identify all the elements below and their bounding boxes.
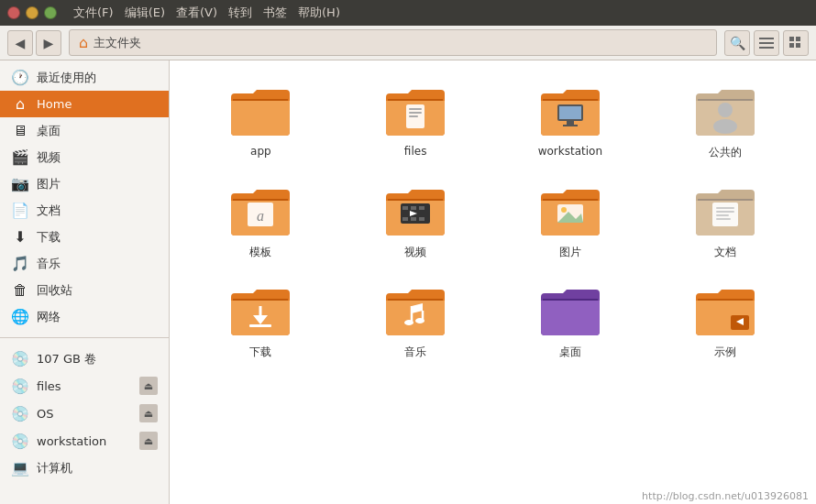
sidebar-label-desktop: 桌面: [37, 123, 158, 139]
grid-view-button[interactable]: [783, 30, 809, 56]
title-bar: 文件(F) 编辑(E) 查看(V) 转到 书签 帮助(H): [0, 0, 816, 26]
menu-help[interactable]: 帮助(H): [292, 3, 346, 23]
folder-app-label: app: [250, 145, 271, 158]
sidebar-item-pictures[interactable]: 📷 图片: [0, 170, 169, 197]
sidebar-item-desktop[interactable]: 🖥 桌面: [0, 117, 169, 144]
menu-go[interactable]: 转到: [223, 3, 258, 23]
sidebar-item-downloads[interactable]: ⬇ 下载: [0, 224, 169, 250]
svg-rect-1: [759, 42, 774, 44]
folder-examples[interactable]: 示例: [652, 279, 798, 369]
folder-workstation[interactable]: workstation: [498, 79, 644, 170]
svg-rect-12: [559, 106, 581, 119]
folder-docs-label: 文档: [714, 245, 736, 260]
sidebar-label-trash: 回收站: [37, 282, 158, 299]
menu-view[interactable]: 查看(V): [171, 3, 223, 23]
menu-edit[interactable]: 编辑(E): [119, 3, 171, 23]
sidebar-label-os-vol: OS: [37, 407, 132, 421]
recent-icon: 🕐: [11, 69, 29, 86]
svg-text:a: a: [257, 208, 264, 224]
sidebar-item-music[interactable]: 🎵 音乐: [0, 250, 169, 277]
sidebar-item-docs[interactable]: 📄 文档: [0, 197, 169, 224]
sidebar-label-computer: 计算机: [37, 460, 158, 477]
toolbar: ◀ ▶ ⌂ 主文件夹 🔍: [0, 26, 816, 60]
menu-bar: 文件(F) 编辑(E) 查看(V) 转到 书签 帮助(H): [68, 3, 346, 23]
sidebar-label-107gb: 107 GB 卷: [37, 351, 158, 367]
sidebar-item-recent[interactable]: 🕐 最近使用的: [0, 64, 169, 91]
folder-template[interactable]: a 模板: [188, 179, 334, 269]
maximize-button[interactable]: [44, 6, 57, 19]
sidebar-item-videos[interactable]: 🎬 视频: [0, 144, 169, 170]
forward-button[interactable]: ▶: [36, 30, 61, 56]
home-nav-icon: ⌂: [11, 95, 29, 113]
svg-rect-37: [249, 324, 271, 327]
sidebar-item-trash[interactable]: 🗑 回收站: [0, 277, 169, 303]
folder-downloads[interactable]: 下载: [188, 279, 334, 369]
svg-rect-14: [563, 125, 578, 126]
menu-bookmarks[interactable]: 书签: [258, 3, 292, 23]
folder-files-label: files: [404, 145, 427, 158]
svg-rect-25: [419, 217, 425, 221]
svg-rect-2: [759, 47, 774, 49]
folder-downloads-icon: [231, 288, 290, 339]
home-icon: ⌂: [79, 34, 88, 51]
list-view-button[interactable]: [754, 30, 779, 56]
sidebar-divider: [0, 337, 169, 338]
folder-public[interactable]: 公共的: [652, 79, 798, 170]
file-grid: app files: [188, 79, 798, 369]
sidebar-label-music: 音乐: [37, 256, 158, 272]
folder-video-icon: [386, 188, 445, 239]
folder-video-label: 视频: [404, 245, 426, 260]
svg-point-16: [713, 119, 737, 134]
folder-files[interactable]: files: [343, 79, 489, 170]
svg-rect-3: [789, 37, 794, 41]
folder-pictures[interactable]: 图片: [498, 179, 644, 269]
menu-file[interactable]: 文件(F): [68, 3, 119, 23]
svg-point-41: [415, 318, 425, 323]
path-bar[interactable]: ⌂ 主文件夹: [69, 29, 717, 56]
folder-desktop-special[interactable]: 桌面: [498, 279, 644, 369]
pictures-icon: 📷: [11, 175, 29, 192]
toolbar-actions: 🔍: [724, 30, 809, 56]
sidebar-label-recent: 最近使用的: [37, 70, 158, 86]
statusbar-url: http://blog.csdn.net/u013926081: [634, 488, 816, 504]
eject-workstation-button[interactable]: ⏏: [139, 432, 158, 450]
folder-music-icon: [386, 288, 445, 339]
folder-music-label: 音乐: [404, 345, 426, 360]
folder-video[interactable]: 视频: [343, 179, 489, 269]
folder-pictures-label: 图片: [559, 245, 581, 260]
folder-app[interactable]: app: [188, 79, 334, 170]
folder-examples-label: 示例: [714, 345, 736, 360]
folder-template-label: 模板: [249, 245, 271, 260]
minimize-button[interactable]: [26, 6, 39, 19]
main-area: 🕐 最近使用的 ⌂ Home 🖥 桌面 🎬 视频 📷 图片 📄 文档: [0, 60, 816, 504]
volume-107gb-icon: 💿: [11, 350, 29, 367]
sidebar-item-computer[interactable]: 💻 计算机: [0, 455, 169, 481]
close-button[interactable]: [7, 6, 20, 19]
sidebar-item-107gb[interactable]: 💿 107 GB 卷: [0, 345, 169, 372]
folder-pictures-icon: [541, 188, 600, 239]
sidebar-item-network[interactable]: 🌐 网络: [0, 303, 169, 330]
back-button[interactable]: ◀: [7, 30, 33, 56]
svg-rect-31: [716, 207, 734, 209]
search-button[interactable]: 🔍: [724, 30, 750, 56]
sidebar-item-os-vol[interactable]: 💿 OS ⏏: [0, 400, 169, 427]
folder-docs[interactable]: 文档: [652, 179, 798, 269]
folder-examples-icon: [696, 288, 755, 339]
folder-public-icon: [696, 88, 755, 139]
folder-music[interactable]: 音乐: [343, 279, 489, 369]
sidebar-label-videos: 视频: [37, 149, 158, 166]
svg-rect-21: [411, 206, 416, 210]
eject-files-button[interactable]: ⏏: [139, 377, 158, 395]
eject-os-button[interactable]: ⏏: [139, 404, 158, 422]
svg-rect-13: [567, 121, 574, 125]
videos-icon: 🎬: [11, 148, 29, 166]
trash-icon: 🗑: [11, 281, 29, 299]
sidebar-label-downloads: 下载: [37, 229, 158, 246]
sidebar-item-files-vol[interactable]: 💿 files ⏏: [0, 372, 169, 400]
svg-rect-8: [409, 108, 422, 110]
svg-rect-22: [419, 206, 425, 210]
sidebar-item-home[interactable]: ⌂ Home: [0, 91, 169, 117]
svg-point-15: [718, 103, 733, 117]
sidebar-item-workstation-vol[interactable]: 💿 workstation ⏏: [0, 427, 169, 455]
svg-rect-34: [716, 218, 731, 220]
